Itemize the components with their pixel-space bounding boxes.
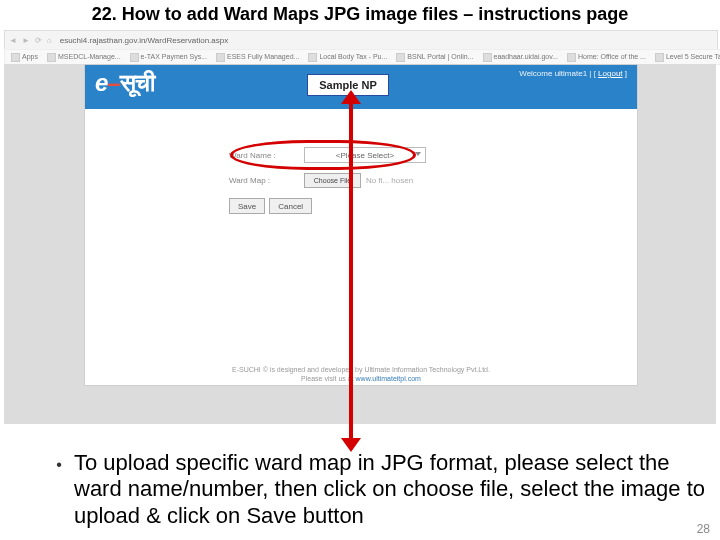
bookmark-item[interactable]: eaadhaar.uidai.gov... <box>483 53 558 62</box>
cancel-button[interactable]: Cancel <box>269 198 312 214</box>
browser-toolbar: ◄ ► ⟳ ⌂ esuchi4.rajasthan.gov.in/WardRes… <box>4 30 718 50</box>
slide-title: 22. How to add Ward Maps JPG image files… <box>0 4 720 25</box>
footer-link[interactable]: www.ultimateitpl.com <box>356 375 421 382</box>
bookmark-item[interactable]: BSNL Portal | Onlin... <box>396 53 473 62</box>
bookmark-item[interactable]: e-TAX Paymen Sys... <box>130 53 207 62</box>
nav-fwd-icon[interactable]: ► <box>22 36 30 45</box>
save-button[interactable]: Save <box>229 198 265 214</box>
arrow-head-up-icon <box>341 90 361 104</box>
logout-link[interactable]: Logout <box>598 69 622 78</box>
app-panel: e–सूची Welcome ultimate1 | [ Logout ] Wa… <box>84 64 638 386</box>
ward-name-label: Ward Name : <box>229 151 304 160</box>
nav-home-icon[interactable]: ⌂ <box>47 36 52 45</box>
bookmark-item[interactable]: Level 5 Secure Tax E... <box>655 53 720 62</box>
nav-back-icon[interactable]: ◄ <box>9 36 17 45</box>
bookmarks-bar: Apps MSEDCL-Manage... e-TAX Paymen Sys..… <box>4 49 720 65</box>
nav-reload-icon[interactable]: ⟳ <box>35 36 42 45</box>
bookmark-item[interactable]: MSEDCL-Manage... <box>47 53 121 62</box>
page-number: 28 <box>697 522 710 536</box>
bookmark-item[interactable]: Home: Office of the ... <box>567 53 646 62</box>
arrow-head-down-icon <box>341 438 361 452</box>
ward-map-form: Ward Name : <Please Select> Ward Map : C… <box>229 147 494 214</box>
address-bar[interactable]: esuchi4.rajasthan.gov.in/WardReservation… <box>60 36 229 45</box>
bookmark-item[interactable]: Local Body Tax - Pu... <box>308 53 387 62</box>
bookmark-item[interactable]: Apps <box>11 53 38 62</box>
bullet-paragraph: • To upload specific ward map in JPG for… <box>44 450 712 529</box>
bookmark-item[interactable]: ESES Fully Managed... <box>216 53 299 62</box>
no-file-text: No fi... hosen <box>366 176 413 185</box>
arrow-shaft <box>349 96 353 444</box>
ward-map-label: Ward Map : <box>229 176 304 185</box>
welcome-text: Welcome ultimate1 | [ Logout ] <box>519 69 627 78</box>
page-background: e–सूची Welcome ultimate1 | [ Logout ] Wa… <box>4 64 716 424</box>
ward-name-select[interactable]: <Please Select> <box>304 147 426 163</box>
app-logo: e–सूची <box>95 69 154 97</box>
app-footer: E-SUCHI © is designed and developed by U… <box>85 365 637 383</box>
bullet-dot-icon: • <box>44 450 74 529</box>
bullet-text: To upload specific ward map in JPG forma… <box>74 450 712 529</box>
